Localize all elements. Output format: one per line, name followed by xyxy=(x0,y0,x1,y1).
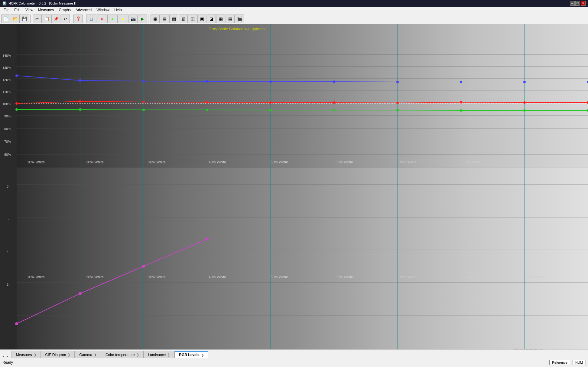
svg-text:10% White: 10% White xyxy=(27,275,45,279)
copy-button[interactable]: 📋 xyxy=(42,15,51,23)
svg-point-80 xyxy=(79,108,81,111)
svg-text:60% White: 60% White xyxy=(336,275,353,279)
app-icon: 📊 xyxy=(2,2,7,5)
svg-text:20% White: 20% White xyxy=(86,275,104,279)
svg-point-82 xyxy=(206,109,208,111)
svg-rect-2 xyxy=(0,24,17,357)
svg-text:70% White: 70% White xyxy=(399,160,417,164)
view-btn-7[interactable]: ◪ xyxy=(207,15,216,23)
menu-view[interactable]: View xyxy=(23,7,36,13)
scroll-right-arrow[interactable]: ► xyxy=(6,355,9,358)
status-bar: ◄ ► Measures CIE Diagram Gamma Color tem… xyxy=(0,349,588,367)
restore-button[interactable]: ❐ xyxy=(575,1,580,6)
view-btn-3[interactable]: ▩ xyxy=(169,15,178,23)
svg-text:4: 4 xyxy=(7,250,8,254)
svg-text:60% White: 60% White xyxy=(336,160,353,164)
chart-svg: Gray Scale Balance w/o gamma 140% 130% 1… xyxy=(0,24,588,357)
yellow-white-button[interactable]: ● xyxy=(118,15,128,23)
svg-text:2: 2 xyxy=(7,283,8,286)
view-btn-10[interactable]: 🎬 xyxy=(235,15,244,23)
svg-text:30% White: 30% White xyxy=(148,275,166,279)
window-title: HCFR Colorimeter - 3.5.2 - [Color Measur… xyxy=(8,2,76,5)
window-controls[interactable]: ─ ❐ ✕ xyxy=(570,1,586,6)
paste-button[interactable]: 📌 xyxy=(51,15,60,23)
svg-point-79 xyxy=(15,108,18,111)
svg-point-60 xyxy=(79,79,81,82)
colorimeter-button[interactable]: 🔬 xyxy=(86,15,96,23)
svg-point-69 xyxy=(15,102,18,105)
svg-point-90 xyxy=(79,292,82,295)
view-btn-5[interactable]: ◫ xyxy=(188,15,197,23)
svg-text:50% White: 50% White xyxy=(271,275,288,279)
svg-point-59 xyxy=(15,74,18,77)
menu-edit[interactable]: Edit xyxy=(12,7,23,13)
tab-color-temperature[interactable]: Color temperature xyxy=(101,351,144,358)
tab-cie-diagram[interactable]: CIE Diagram xyxy=(41,351,75,358)
chart-area: Gray Scale Balance w/o gamma 140% 130% 1… xyxy=(0,24,588,357)
svg-text:90% White: 90% White xyxy=(526,160,544,164)
undo-button[interactable]: ↩ xyxy=(61,15,70,23)
svg-text:90%: 90% xyxy=(4,114,11,118)
svg-point-77 xyxy=(523,101,526,104)
menu-graphs[interactable]: Graphs xyxy=(57,7,73,13)
svg-text:40% White: 40% White xyxy=(209,275,226,279)
camera-button[interactable]: 📷 xyxy=(128,15,138,23)
menu-measures[interactable]: Measures xyxy=(36,7,57,13)
minimize-button[interactable]: ─ xyxy=(570,1,575,6)
svg-point-70 xyxy=(79,100,81,103)
tab-gamma[interactable]: Gamma xyxy=(75,351,101,358)
svg-point-89 xyxy=(15,322,18,325)
svg-text:80% White: 80% White xyxy=(463,160,480,164)
svg-text:Gray Scale Balance w/o gamma: Gray Scale Balance w/o gamma xyxy=(209,27,265,31)
svg-point-67 xyxy=(523,81,526,83)
tab-measures[interactable]: Measures xyxy=(11,351,41,358)
open-button[interactable]: 📂 xyxy=(11,15,20,23)
scroll-left-arrow[interactable]: ◄ xyxy=(2,355,5,358)
menu-bar: File Edit View Measures Graphs Advanced … xyxy=(0,7,588,13)
menu-window[interactable]: Window xyxy=(94,7,112,13)
tab-luminance[interactable]: Luminance xyxy=(144,351,175,358)
menu-advanced[interactable]: Advanced xyxy=(73,7,94,13)
toolbar: 📄 📂 💾 ✂ 📋 📌 ↩ ❓ 🔬 ● ● ● 📷 ▶ ▦ ▤ ▩ ▧ ◫ ▣ … xyxy=(0,13,588,24)
svg-point-74 xyxy=(333,101,335,104)
cut-button[interactable]: ✂ xyxy=(33,15,42,23)
status-ready: Ready xyxy=(2,360,13,365)
svg-text:40% White: 40% White xyxy=(209,160,226,164)
svg-point-85 xyxy=(396,109,399,111)
help-button[interactable]: ❓ xyxy=(73,15,83,23)
view-btn-8[interactable]: ▦ xyxy=(216,15,225,23)
svg-point-86 xyxy=(460,109,462,112)
svg-point-65 xyxy=(396,81,399,83)
svg-point-92 xyxy=(206,238,209,241)
svg-text:10% White: 10% White xyxy=(27,160,45,164)
svg-point-75 xyxy=(396,102,399,104)
svg-point-62 xyxy=(206,80,208,83)
svg-text:80% White: 80% White xyxy=(463,275,480,279)
play-button[interactable]: ▶ xyxy=(138,15,147,23)
view-btn-2[interactable]: ▤ xyxy=(160,15,169,23)
svg-point-66 xyxy=(460,81,462,83)
svg-text:70%: 70% xyxy=(4,140,11,143)
menu-file[interactable]: File xyxy=(1,7,12,13)
svg-rect-0 xyxy=(0,24,588,168)
view-btn-6[interactable]: ▣ xyxy=(197,15,206,23)
svg-text:100%: 100% xyxy=(2,102,11,106)
view-btn-9[interactable]: ▤ xyxy=(226,15,235,23)
svg-rect-1 xyxy=(0,168,588,357)
rgb-button[interactable]: ● xyxy=(97,15,107,23)
view-btn-4[interactable]: ▧ xyxy=(179,15,188,23)
menu-help[interactable]: Help xyxy=(112,7,124,13)
new-button[interactable]: 📄 xyxy=(1,15,10,23)
svg-text:110%: 110% xyxy=(2,90,11,94)
save-button[interactable]: 💾 xyxy=(20,15,29,23)
title-bar: 📊 HCFR Colorimeter - 3.5.2 - [Color Meas… xyxy=(0,0,588,7)
tab-rgb-levels[interactable]: RGB Levels xyxy=(174,351,208,358)
svg-text:130%: 130% xyxy=(2,66,11,70)
close-button[interactable]: ✕ xyxy=(581,1,586,6)
svg-text:60%: 60% xyxy=(4,153,11,156)
cmy-button[interactable]: ● xyxy=(107,15,118,23)
status-num: NUM xyxy=(573,360,586,365)
svg-point-81 xyxy=(142,109,145,111)
view-btn-1[interactable]: ▦ xyxy=(151,15,160,23)
svg-text:90% White: 90% White xyxy=(526,275,544,279)
